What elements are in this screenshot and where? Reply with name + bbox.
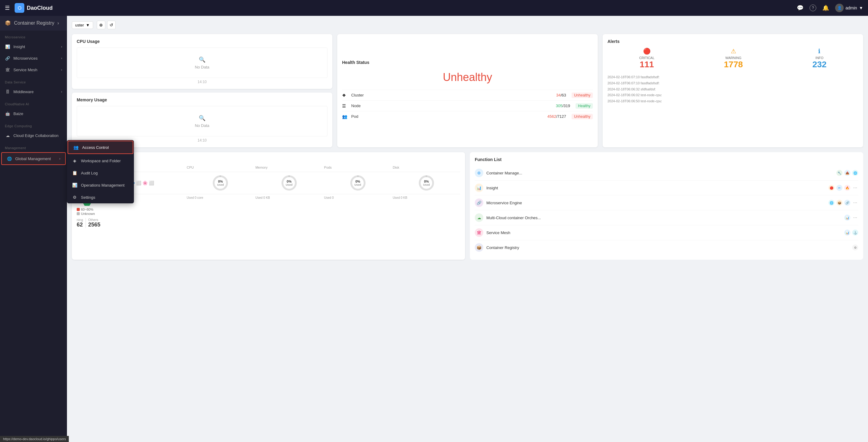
dropdown-item-audit-log[interactable]: 📋 Audit Log	[67, 167, 134, 179]
function-item-container: ⚙ Container Manage... 🔧 📤 🌐	[475, 166, 858, 180]
memory-circle: 0%Used	[255, 174, 323, 191]
sidebar-item-microservices[interactable]: 🔗 Microservices ›	[0, 52, 67, 64]
top-nav: ☰ ⬡ DaoCloud 💬 ? 🔔 👤 admin ▼	[0, 0, 868, 16]
tag-orange[interactable]: 🔴	[829, 185, 835, 191]
search-icon: 🔍	[199, 56, 206, 63]
sidebar-label-insight: Insight	[13, 45, 58, 49]
log-entry-1: 2024-02-18T06:07:10 fasdfadsfsdf:	[608, 74, 858, 80]
chevron-icon: ›	[61, 68, 62, 71]
tag-red[interactable]: 🔥	[844, 185, 850, 191]
audit-log-icon: 📋	[72, 171, 77, 175]
tag-teal[interactable]: 🌐	[852, 170, 858, 176]
warning-label: WARNING	[724, 56, 743, 60]
legend-60-80: 60~80%	[81, 208, 93, 211]
health-card-title: Health Status	[342, 60, 593, 65]
chevron-icon: ›	[61, 57, 62, 60]
alert-warning: ⚠ WARNING 1778	[724, 48, 743, 69]
function-item-multicloud: ☁ Multi-Cloud container Orches... 📊 ···	[475, 210, 858, 225]
cluster-select[interactable]: uster ▼	[72, 21, 93, 29]
info-label: INFO	[812, 56, 827, 60]
cpu-circle: 0%Used	[187, 174, 254, 191]
layout: 📦 Container Registry › Microservice 📊 In…	[0, 16, 868, 442]
function-name-multicloud: Multi-Cloud container Orches...	[486, 215, 841, 220]
tag-dots2[interactable]: ···	[852, 200, 858, 206]
resource-table: CPU Memory Pods Disk ⬜ ⚙ 🔷 ⬜ 🌸	[118, 166, 460, 228]
nav-icons: 💬 ? 🔔 👤 admin ▼	[797, 4, 863, 12]
user-info[interactable]: 👤 admin ▼	[835, 4, 863, 12]
sidebar-label-cloud-edge: Cloud Edge Collaboration	[13, 133, 62, 138]
health-status-text: Unhealthy	[342, 71, 593, 84]
resource-usage-title: Resource Usage	[77, 157, 460, 162]
tag-gray[interactable]: ⚙	[852, 244, 858, 251]
col-header-cpu: CPU	[187, 166, 254, 169]
count-others: 2565	[88, 222, 100, 228]
help-icon[interactable]: ?	[810, 5, 816, 11]
col-header-pods: Pods	[324, 166, 392, 169]
col-header-disk: Disk	[393, 166, 460, 169]
sidebar-item-middleware[interactable]: 🗄 Middleware ›	[0, 86, 67, 97]
warning-icon: ⚠	[724, 48, 743, 55]
menu-icon[interactable]: ☰	[5, 5, 10, 11]
sidebar-item-insight[interactable]: 📊 Insight ›	[0, 41, 67, 52]
bell-icon[interactable]: 🔔	[823, 5, 829, 11]
memory-usage-card: Memory Usage 🔍 No Data 14:10	[72, 92, 332, 147]
info-icon: ℹ	[812, 48, 827, 55]
pod-icon: 👥	[342, 114, 348, 119]
container-manage-icon: ⚙	[475, 169, 483, 177]
sidebar-label-middleware: Middleware	[13, 89, 58, 94]
tag-teal2[interactable]: 🌐	[829, 200, 835, 206]
tag-dots[interactable]: ···	[852, 185, 858, 191]
dropdown-item-operations[interactable]: 📊 Operations Management	[67, 179, 134, 191]
function-item-servicemesh: 🕸 Service Mesh 📊 ⚓	[475, 225, 858, 240]
workspace-icon: ◈	[72, 158, 77, 163]
sidebar-item-cloud-edge[interactable]: ☁ Cloud Edge Collaboration	[0, 130, 67, 141]
sidebar-item-baize[interactable]: 🤖 Baize	[0, 108, 67, 119]
count-ning: 62	[77, 222, 83, 228]
tag-green[interactable]: 🔧	[836, 170, 842, 176]
tag-dots3[interactable]: ···	[852, 215, 858, 221]
memory-progress-circle: 0%Used	[281, 174, 298, 191]
disk-progress-circle: 0%Used	[418, 174, 435, 191]
dropdown-label-operations: Operations Management	[81, 183, 124, 187]
pods-circle: 0%Used	[324, 174, 392, 191]
dropdown-item-access-control[interactable]: 👥 Access Control	[68, 141, 133, 154]
cluster-label: Cluster	[351, 93, 553, 97]
dropdown-item-settings[interactable]: ⚙ Settings	[67, 191, 134, 203]
tag-blue5[interactable]: 📊	[844, 230, 850, 236]
node-label: Node	[351, 104, 553, 108]
chat-icon[interactable]: 💬	[797, 5, 804, 11]
tag-orange2[interactable]: 📦	[836, 200, 842, 206]
pod-count: 4562/7127	[547, 114, 566, 119]
dropdown-label-settings: Settings	[81, 195, 95, 200]
sidebar-item-container-registry[interactable]: 📦 Container Registry ›	[0, 16, 67, 30]
cpu-usage-card: CPU Usage 🔍 No Data 14:10	[72, 34, 332, 89]
tag-blue2[interactable]: ✏	[836, 185, 842, 191]
memory-no-data-text: No Data	[195, 123, 209, 128]
sidebar-label-baize: Baize	[13, 111, 62, 116]
function-tags-registry: ⚙	[852, 244, 858, 251]
sidebar: 📦 Container Registry › Microservice 📊 In…	[0, 16, 67, 442]
alerts-card: Alerts 🔴 CRITICAL 111 ⚠ WARNING 1778 ℹ	[602, 34, 863, 147]
cluster-refresh-btn[interactable]: ↺	[107, 21, 116, 29]
cluster-icons: ⊕ ↺	[97, 21, 116, 29]
cluster-topology-btn[interactable]: ⊕	[97, 21, 105, 29]
function-item-registry: 📦 Container Registry ⚙	[475, 240, 858, 255]
sidebar-item-service-mesh[interactable]: 🕸 Service Mesh ›	[0, 64, 67, 76]
function-name-insight: Insight	[486, 186, 826, 190]
tag-blue[interactable]: 📤	[844, 170, 850, 176]
section-label-microservice: Microservice	[0, 30, 67, 41]
section-label-edge-computing: Edge Computing	[0, 119, 67, 130]
dropdown-item-workspace[interactable]: ◈ Workspace and Folder	[67, 155, 134, 167]
tag-teal3[interactable]: ⚓	[852, 230, 858, 236]
chevron-icon: ›	[59, 157, 60, 160]
tag-blue4[interactable]: 📊	[844, 215, 850, 221]
icon-d: ⬜	[136, 180, 141, 185]
sidebar-item-global-management[interactable]: 🌐 Global Management ›	[1, 152, 66, 165]
node-status-badge: Healthy	[576, 103, 593, 109]
tag-blue3[interactable]: 🔗	[844, 200, 850, 206]
memory-card-title: Memory Usage	[77, 97, 328, 102]
function-name-container: Container Manage...	[486, 171, 833, 175]
function-item-insight: 📊 Insight 🔴 ✏ 🔥 ···	[475, 180, 858, 196]
cpu-used-label: Used 0 core	[187, 196, 254, 199]
cluster-status-badge: Unhealthy	[571, 92, 593, 98]
